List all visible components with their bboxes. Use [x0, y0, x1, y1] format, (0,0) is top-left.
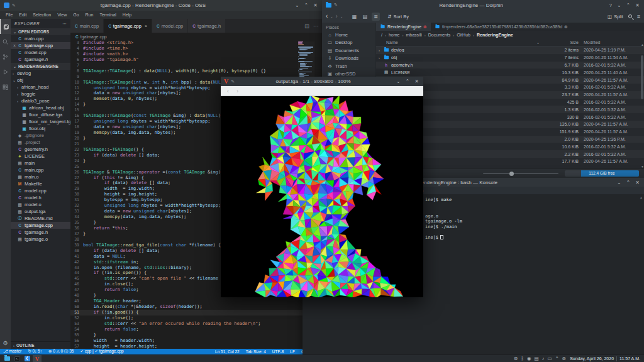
maximize-button[interactable]: ⌃ — [626, 180, 631, 185]
close-tab-icon[interactable]: ⊗ — [423, 25, 427, 30]
tray-expand-icon[interactable]: ⌃ — [555, 356, 559, 361]
status-item[interactable]: ⊗ 0 △ 0 ⓘ 35 — [45, 349, 77, 354]
source-control-icon[interactable] — [0, 49, 11, 64]
minimize-button[interactable]: ⌄ — [295, 3, 299, 8]
tree-item-boggie[interactable]: ›boggie — [11, 90, 70, 97]
tray-volume-icon[interactable]: ♪ — [542, 356, 545, 361]
maximize-button[interactable]: ⌃ — [304, 3, 309, 8]
tree-item-devlog[interactable]: ›devlog — [11, 70, 70, 77]
back-button[interactable]: ‹ — [326, 13, 328, 19]
breadcrumb-segment[interactable]: Documents — [428, 33, 450, 37]
tree-item-model-h[interactable]: Cmodel.h — [11, 194, 70, 201]
tree-item-african_head[interactable]: ›african_head — [11, 84, 70, 90]
place-item-downloads[interactable]: ⇩Downloads — [322, 55, 375, 63]
details-view-button[interactable]: ≣ — [372, 13, 380, 21]
zoom-slider[interactable] — [483, 173, 558, 174]
search-icon[interactable] — [628, 14, 632, 18]
tree-item-diablo3_pose[interactable]: ›diablo3_pose — [11, 97, 70, 104]
menu-item-edit[interactable]: Edit — [16, 13, 30, 17]
tree-item-README-md[interactable]: ⓘREADME.md — [11, 215, 70, 222]
next-image-icon[interactable]: › — [236, 88, 238, 94]
place-item-trash[interactable]: ♻Trash — [322, 62, 375, 70]
breadcrumb-segment[interactable]: / — [381, 33, 382, 37]
taskbar-launcher-dolphin[interactable] — [3, 355, 11, 362]
menu-item-run[interactable]: Run — [82, 13, 97, 17]
breadcrumb-segment[interactable]: GitHub — [457, 33, 470, 37]
status-item[interactable]: Ln 51, Col 22 — [212, 349, 243, 354]
menu-item-view[interactable]: View — [54, 13, 70, 17]
explorer-icon[interactable] — [0, 19, 11, 34]
tree-item-Makefile[interactable]: MMakefile — [11, 180, 70, 187]
hamburger-menu-icon[interactable]: ≡ — [637, 13, 640, 19]
tab-tgaimage-h[interactable]: Ctgaimage.h — [188, 19, 226, 33]
extensions-icon[interactable] — [0, 79, 11, 94]
back-dropdown-icon[interactable]: ⌄ — [330, 14, 333, 18]
breadcrumb[interactable]: /›home›mbassili›Documents›GitHub›Renderi… — [376, 31, 644, 39]
open-editor-item[interactable]: Ctgaimage.h — [11, 56, 70, 63]
run-debug-icon[interactable] — [0, 64, 11, 79]
place-item-documents[interactable]: ▤Documents — [322, 47, 375, 55]
close-button[interactable]: ✕ — [635, 3, 640, 8]
tree-item-main-cpp[interactable]: Cmain.cpp — [11, 167, 70, 173]
tray-bluetooth-icon[interactable]: ᛒ — [521, 356, 525, 361]
place-item-desktop[interactable]: ▭Desktop — [322, 39, 375, 47]
viewer-titlebar[interactable]: V ✎ output.tga - 1/1 - 800x800 - 100% ⌄ … — [221, 77, 423, 86]
tree-item-main-o[interactable]: ▤main.o — [11, 173, 70, 180]
file-row-geometry-h[interactable]: hgeometry.h6.7 KiB2016-02-01 5:32 A.M. — [376, 62, 644, 69]
split-button[interactable]: ◫Split — [608, 14, 623, 19]
tree-item-tgaimage-cpp[interactable]: Ctgaimage.cpp — [11, 222, 70, 229]
tab-main-cpp[interactable]: Cmain.cpp — [70, 19, 104, 33]
project-section-header[interactable]: ⌄ RENDERINGENGINE — [11, 63, 70, 70]
column-header-modified[interactable]: Modified — [579, 40, 644, 45]
outline-section-header[interactable]: › OUTLINE — [11, 341, 70, 349]
file-row-LICENSE[interactable]: ▤LICENSE16.3 KiB2020-04-25 11:40 A.M. — [376, 69, 644, 76]
open-editors-header[interactable]: ⌄ OPEN EDITORS — [11, 28, 70, 35]
close-button[interactable]: ✕ — [635, 180, 640, 185]
file-row-devlog[interactable]: ›devlog2 items2020-04-25 1:19 P.M. — [376, 47, 644, 54]
forward-button[interactable]: › — [336, 13, 338, 19]
tree-item-african_head-obj[interactable]: ▣african_head.obj — [11, 104, 70, 111]
column-header-size[interactable]: Size — [543, 40, 579, 45]
tree-item--gitignore[interactable]: ◆.gitignore — [11, 132, 70, 139]
menu-item-file[interactable]: File — [3, 13, 16, 17]
editor-breadcrumb[interactable]: C tgaimage.cpp — [70, 33, 322, 40]
minimize-button[interactable]: ⌄ — [396, 79, 401, 84]
tray-updates-icon[interactable]: ⊚ — [562, 356, 566, 361]
scroll-up-icon[interactable]: ▲ — [641, 43, 644, 47]
clock[interactable]: Sunday, April 26, 2020 11:57 A.M. — [570, 356, 641, 361]
status-item[interactable]: Tab Size: 4 — [243, 349, 269, 354]
dolphin-titlebar[interactable]: ✎ RenderingEngine — Dolphin ? ⌄ ⌃ ✕ — [322, 0, 644, 10]
tree-item-model-cpp[interactable]: Cmodel.cpp — [11, 187, 70, 194]
file-row-obj[interactable]: ›obj7 items2020-04-26 11:54 A.M. — [376, 54, 644, 62]
taskbar-launcher-vscode[interactable]: ❮ — [23, 355, 31, 362]
tree-item-floor_nm_tangent-tga[interactable]: ▦floor_nm_tangent.tga — [11, 118, 70, 125]
settings-gear-icon[interactable]: ⚙ — [0, 340, 11, 346]
tray-display-icon[interactable]: ▭ — [547, 356, 552, 361]
column-header-name[interactable]: Name⌄ — [386, 40, 543, 45]
open-editor-item[interactable]: ×Ctgaimage.cpp — [11, 42, 70, 49]
sort-by-button[interactable]: ⇵Sort By — [387, 14, 409, 19]
status-item[interactable]: ✓ cpp | ✓ tgaimage.cpp — [77, 349, 126, 354]
tree-item-tgaimage-o[interactable]: ▤tgaimage.o — [11, 236, 70, 243]
tree-item-obj[interactable]: ⌄obj — [11, 77, 70, 84]
tab-tgaimage-cpp[interactable]: Ctgaimage.cpp× — [104, 19, 152, 33]
scroll-up-icon[interactable]: ▲ — [640, 195, 643, 199]
split-editor-icon[interactable]: ◫ — [304, 23, 309, 29]
image-canvas[interactable] — [221, 96, 423, 297]
tree-item-model-o[interactable]: ▤model.o — [11, 201, 70, 208]
close-icon[interactable]: × — [145, 24, 147, 28]
close-button[interactable]: ✕ — [313, 3, 318, 8]
tree-item-geometry-h[interactable]: Cgeometry.h — [11, 146, 70, 153]
tray-settings-icon[interactable]: ⚙ — [514, 356, 518, 361]
breadcrumb-segment[interactable]: RenderingEngine — [477, 33, 513, 37]
status-item[interactable]: ↻ 0↓ 5↑ — [25, 349, 45, 354]
menu-item-help[interactable]: Help — [119, 13, 135, 17]
open-editor-item[interactable]: Cmodel.cpp — [11, 49, 70, 56]
close-button[interactable]: ✕ — [414, 79, 419, 84]
menu-item-terminal[interactable]: Terminal — [96, 13, 119, 17]
explorer-more-icon[interactable]: ⋯ — [62, 21, 67, 26]
tree-item-tgaimage-h[interactable]: Ctgaimage.h — [11, 229, 70, 236]
help-button[interactable]: ? — [609, 3, 611, 8]
expander-icon[interactable]: › — [379, 56, 383, 60]
maximize-button[interactable]: ⌃ — [626, 3, 631, 8]
